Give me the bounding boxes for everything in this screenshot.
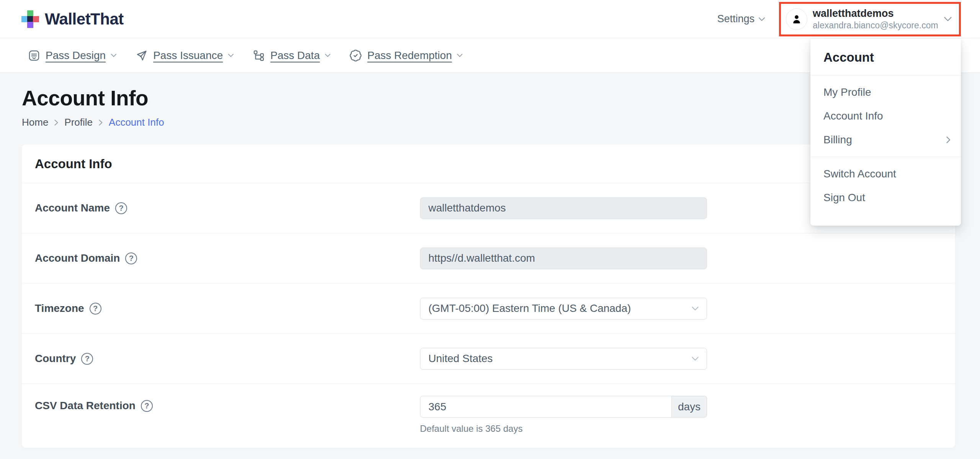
nav-label: Pass Design — [46, 49, 106, 62]
help-icon[interactable] — [141, 400, 153, 412]
menu-item-switch-account[interactable]: Switch Account — [810, 162, 961, 186]
account-menu-highlight: walletthatdemos alexandra.bianco@skycore… — [779, 2, 961, 36]
account-button[interactable]: walletthatdemos alexandra.bianco@skycore… — [813, 7, 938, 31]
breadcrumb-home[interactable]: Home — [22, 116, 48, 128]
data-tree-icon — [252, 49, 265, 62]
account-dropdown-menu: Account My Profile Account Info Billing … — [810, 39, 961, 226]
timezone-label: Timezone — [35, 302, 84, 315]
country-select[interactable]: United States — [420, 348, 707, 370]
settings-menu[interactable]: Settings — [717, 13, 765, 25]
menu-item-label: Account Info — [823, 110, 883, 122]
menu-item-label: Billing — [823, 134, 852, 146]
nav-label: Pass Issuance — [153, 49, 223, 62]
help-icon[interactable] — [115, 202, 127, 214]
nav-label: Pass Data — [270, 49, 320, 62]
user-icon — [791, 13, 803, 25]
send-icon — [135, 49, 148, 62]
nav-item-pass-data[interactable]: Pass Data — [252, 49, 331, 62]
app-header: WalletThat Settings walletthatdemos alex… — [0, 0, 980, 38]
chevron-down-icon — [457, 53, 463, 57]
account-name-label: Account Name — [35, 202, 110, 214]
nav-item-pass-issuance[interactable]: Pass Issuance — [135, 49, 234, 62]
chevron-down-icon — [691, 306, 699, 311]
csv-retention-input-group: days — [420, 396, 707, 418]
timezone-value: (GMT-05:00) Eastern Time (US & Canada) — [428, 302, 631, 315]
pass-template-icon — [28, 49, 41, 62]
nav-label: Pass Redemption — [367, 49, 452, 62]
menu-title: Account — [810, 39, 961, 75]
breadcrumb-profile[interactable]: Profile — [64, 116, 93, 128]
brand-name: WalletThat — [45, 10, 124, 28]
help-icon[interactable] — [125, 252, 137, 264]
menu-item-my-profile[interactable]: My Profile — [810, 80, 961, 104]
brand-logo-icon — [21, 10, 39, 28]
page: WalletThat Settings walletthatdemos alex… — [0, 0, 980, 459]
help-icon[interactable] — [81, 353, 93, 365]
field-row-country: Country United States — [22, 333, 955, 384]
nav-item-pass-redemption[interactable]: Pass Redemption — [349, 49, 463, 62]
chevron-right-icon — [98, 119, 103, 126]
badge-check-icon — [349, 49, 362, 62]
account-email: alexandra.bianco@skycore.com — [813, 20, 938, 31]
field-row-timezone: Timezone (GMT-05:00) Eastern Time (US & … — [22, 283, 955, 333]
nav-item-pass-design[interactable]: Pass Design — [28, 49, 117, 62]
csv-retention-input[interactable] — [420, 396, 672, 418]
chevron-right-icon — [946, 136, 951, 144]
account-domain-label: Account Domain — [35, 252, 120, 264]
csv-retention-helper: Default value is 365 days — [420, 423, 707, 434]
chevron-right-icon — [54, 119, 59, 126]
field-row-account-domain: Account Domain — [22, 233, 955, 283]
menu-item-account-info[interactable]: Account Info — [810, 104, 961, 128]
csv-retention-unit: days — [672, 396, 707, 418]
breadcrumb-account-info: Account Info — [109, 116, 164, 128]
chevron-down-icon — [228, 53, 234, 57]
csv-retention-label: CSV Data Retention — [35, 400, 136, 412]
timezone-select[interactable]: (GMT-05:00) Eastern Time (US & Canada) — [420, 298, 707, 320]
avatar[interactable] — [786, 8, 807, 30]
menu-item-billing[interactable]: Billing — [810, 128, 961, 152]
help-icon[interactable] — [90, 303, 101, 315]
menu-item-label: Switch Account — [823, 168, 896, 180]
account-domain-field — [420, 248, 707, 269]
menu-item-sign-out[interactable]: Sign Out — [810, 186, 961, 210]
country-label: Country — [35, 352, 76, 365]
chevron-down-icon — [325, 53, 331, 57]
chevron-down-icon — [111, 53, 117, 57]
field-row-csv-retention: CSV Data Retention days Default value is… — [22, 384, 955, 448]
account-name-field — [420, 197, 707, 219]
chevron-down-icon — [758, 17, 765, 21]
chevron-down-icon — [691, 356, 699, 361]
menu-item-label: My Profile — [823, 86, 871, 98]
brand-logo[interactable]: WalletThat — [21, 10, 124, 28]
account-name: walletthatdemos — [813, 7, 938, 20]
chevron-down-icon[interactable] — [944, 16, 952, 22]
menu-item-label: Sign Out — [823, 192, 865, 204]
country-value: United States — [428, 352, 493, 365]
settings-label: Settings — [717, 13, 755, 25]
